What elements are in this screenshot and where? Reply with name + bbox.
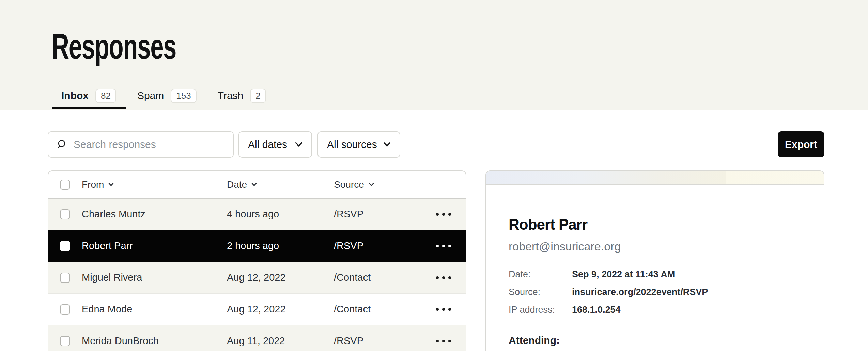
row-checkbox[interactable] (60, 209, 70, 219)
table-row[interactable]: Edna Mode Aug 12, 2022 /Contact (48, 294, 466, 325)
row-from: Edna Mode (82, 304, 227, 315)
detail-divider (486, 324, 824, 324)
row-checkbox[interactable] (60, 304, 70, 315)
detail-ip-label: IP address: (509, 305, 572, 315)
detail-date-label: Date: (509, 269, 572, 280)
chevron-down-icon (295, 142, 303, 147)
row-date: Aug 11, 2022 (227, 335, 334, 347)
chevron-down-icon (369, 183, 374, 186)
row-actions-button[interactable] (436, 276, 451, 279)
date-filter-label: All dates (248, 139, 287, 150)
tab-inbox-count-badge: 82 (95, 89, 116, 103)
detail-gradient-banner (486, 171, 824, 185)
responses-list-panel: From Date Source Charles Muntz (48, 170, 466, 351)
chevron-down-icon (251, 183, 257, 186)
export-button[interactable]: Export (778, 131, 824, 157)
tab-inbox-label: Inbox (61, 90, 89, 102)
page-title: Responses (52, 25, 176, 68)
chevron-down-icon (108, 183, 114, 186)
row-from: Miguel Rivera (82, 272, 227, 283)
table-row[interactable]: Charles Muntz 4 hours ago /RSVP (48, 199, 466, 230)
search-box[interactable] (48, 131, 234, 158)
page-header-band: Responses Inbox 82 Spam 153 Trash 2 (0, 0, 868, 110)
row-source: /Contact (334, 272, 436, 283)
chevron-down-icon (383, 142, 391, 147)
tab-spam-label: Spam (137, 90, 164, 102)
detail-name: Robert Parr (509, 216, 587, 233)
table-row[interactable]: Miguel Rivera Aug 12, 2022 /Contact (48, 262, 466, 294)
responses-page: Responses Inbox 82 Spam 153 Trash 2 All … (0, 0, 868, 351)
search-input[interactable] (74, 139, 225, 150)
row-from: Robert Parr (82, 240, 227, 251)
detail-source-label: Source: (509, 287, 572, 297)
detail-date-value: Sep 9, 2022 at 11:43 AM (572, 269, 675, 280)
row-source: /RSVP (334, 335, 436, 347)
row-checkbox[interactable] (60, 336, 70, 346)
tabs: Inbox 82 Spam 153 Trash 2 (52, 82, 278, 110)
tab-spam[interactable]: Spam 153 (128, 82, 206, 110)
detail-section-heading: Attending: (509, 335, 560, 346)
tab-trash-count-badge: 2 (250, 89, 266, 103)
detail-meta-row: IP address: 168.1.0.254 (509, 305, 708, 315)
row-date: Aug 12, 2022 (227, 272, 334, 283)
date-filter-dropdown[interactable]: All dates (238, 131, 312, 158)
column-header-source[interactable]: Source (334, 179, 436, 190)
row-date: 4 hours ago (227, 209, 334, 220)
row-actions-button[interactable] (436, 245, 451, 247)
detail-meta-row: Source: insuricare.org/2022event/RSVP (509, 287, 708, 297)
row-source: /RSVP (334, 209, 436, 220)
tab-spam-count-badge: 153 (171, 89, 196, 103)
detail-email: robert@insuricare.org (509, 240, 621, 253)
row-source: /Contact (334, 304, 436, 315)
row-checkbox[interactable] (60, 273, 70, 283)
row-from: Charles Muntz (82, 209, 227, 220)
row-source: /RSVP (334, 240, 436, 251)
row-actions-button[interactable] (436, 213, 451, 216)
tab-trash[interactable]: Trash 2 (208, 82, 276, 110)
detail-source-value: insuricare.org/2022event/RSVP (572, 287, 708, 297)
row-actions-button[interactable] (436, 308, 451, 311)
row-from: Merida DunBroch (82, 335, 227, 347)
list-header: From Date Source (48, 171, 466, 199)
column-header-from[interactable]: From (82, 179, 227, 190)
table-row[interactable]: Robert Parr 2 hours ago /RSVP (48, 230, 466, 262)
tab-trash-label: Trash (218, 90, 244, 102)
response-detail-panel: Robert Parr robert@insuricare.org Date: … (485, 170, 824, 351)
tab-inbox[interactable]: Inbox 82 (52, 82, 126, 110)
table-row[interactable]: Merida DunBroch Aug 11, 2022 /RSVP (48, 325, 466, 351)
source-filter-dropdown[interactable]: All sources (317, 131, 400, 158)
column-header-date[interactable]: Date (227, 179, 334, 190)
row-date: Aug 12, 2022 (227, 304, 334, 315)
search-icon (57, 139, 67, 150)
detail-ip-value: 168.1.0.254 (572, 305, 621, 315)
detail-meta: Date: Sep 9, 2022 at 11:43 AM Source: in… (509, 269, 708, 315)
detail-meta-row: Date: Sep 9, 2022 at 11:43 AM (509, 269, 708, 280)
row-checkbox[interactable] (60, 241, 70, 251)
source-filter-label: All sources (327, 139, 377, 150)
row-actions-button[interactable] (436, 340, 451, 342)
row-date: 2 hours ago (227, 240, 334, 251)
select-all-checkbox[interactable] (60, 180, 70, 190)
